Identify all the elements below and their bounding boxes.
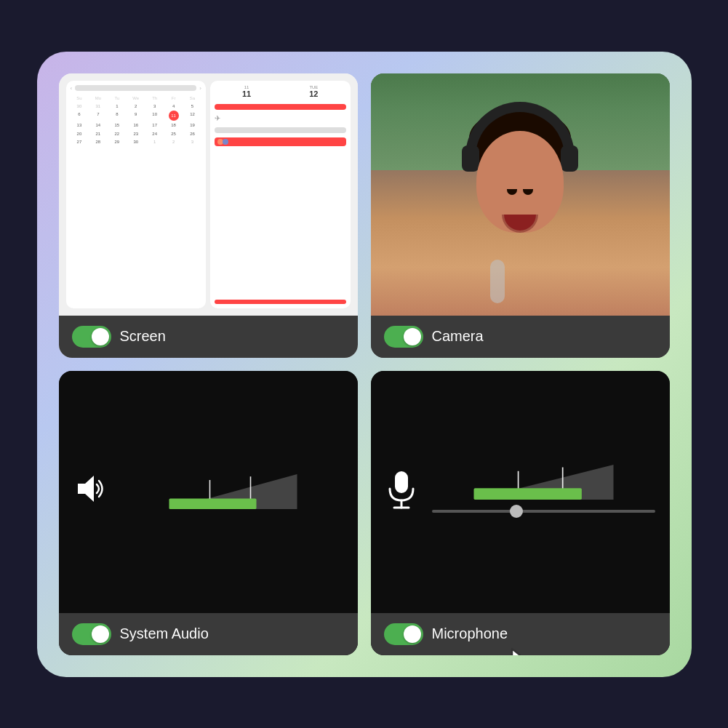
- cal-month-bar: [75, 85, 196, 91]
- speaker-icon: [73, 471, 108, 513]
- calendar-month-view: ‹ › Su Mo Tu We Th Fr Sa 30: [66, 81, 207, 308]
- screen-label: Screen: [120, 328, 166, 345]
- schedule-day-12: TUE 12: [281, 85, 345, 98]
- meter-svg: [123, 474, 343, 509]
- cal-header: ‹ ›: [71, 85, 202, 92]
- cal-date: 16: [127, 121, 145, 129]
- volume-meter: [123, 474, 343, 509]
- camera-image: [371, 73, 670, 316]
- cal-date: 29: [108, 138, 126, 145]
- cal-date: 24: [145, 130, 164, 137]
- cal-day: Su: [71, 95, 89, 102]
- cal-date: 17: [145, 121, 164, 129]
- cal-prev: ‹: [71, 85, 73, 92]
- mic-toggle[interactable]: [384, 623, 423, 645]
- cursor-svg: [508, 645, 545, 655]
- day-num: 12: [281, 89, 345, 98]
- camera-toggle[interactable]: [384, 326, 423, 348]
- main-container: ‹ › Su Mo Tu We Th Fr Sa 30: [37, 52, 692, 677]
- schedule-bar-gray: [215, 127, 346, 133]
- schedule-day-11: 11 11: [215, 85, 279, 98]
- cal-date: 1: [108, 103, 126, 110]
- mic-slider-track[interactable]: [432, 510, 655, 513]
- face-skin: [476, 131, 564, 233]
- cal-day: We: [127, 95, 145, 102]
- cal-grid: Su Mo Tu We Th Fr Sa 30 31 1 2 3: [71, 95, 202, 146]
- cal-date: 25: [164, 130, 183, 137]
- mic-meter-bg: [432, 465, 655, 500]
- cal-date: 5: [183, 103, 201, 110]
- screen-card: ‹ › Su Mo Tu We Th Fr Sa 30: [59, 73, 358, 358]
- system-audio-card: System Audio: [59, 371, 358, 655]
- audio-visualizer: [59, 457, 358, 527]
- cal-date: 8: [108, 111, 126, 121]
- card-grid: ‹ › Su Mo Tu We Th Fr Sa 30: [59, 73, 670, 655]
- cal-date: 20: [71, 130, 89, 137]
- svg-rect-5: [395, 471, 408, 493]
- cal-day: Th: [145, 95, 164, 102]
- cal-date: 21: [89, 130, 107, 137]
- cal-date: 28: [89, 138, 107, 145]
- mic-preview: [371, 371, 670, 613]
- camera-preview: [371, 73, 670, 316]
- camera-label: Camera: [432, 328, 484, 345]
- cal-date: 31: [89, 103, 107, 110]
- svg-marker-12: [512, 649, 539, 655]
- mic-icon: [385, 470, 417, 513]
- cal-date: 4: [164, 103, 183, 110]
- calendar-mini: ‹ › Su Mo Tu We Th Fr Sa 30: [66, 81, 351, 308]
- cal-date: 22: [108, 130, 126, 137]
- cal-date-highlight: 11: [164, 111, 183, 121]
- cal-day: Tu: [108, 95, 126, 102]
- cal-date: 2: [164, 138, 183, 145]
- audio-preview: [59, 371, 358, 613]
- audio-footer: System Audio: [59, 613, 358, 655]
- smile: [502, 215, 538, 233]
- cal-date: 14: [89, 121, 107, 129]
- schedule-bar-red: [215, 104, 346, 110]
- cal-date: 15: [108, 121, 126, 129]
- screen-preview: ‹ › Su Mo Tu We Th Fr Sa 30: [59, 73, 358, 316]
- cal-date: 3: [183, 138, 201, 145]
- mic-slider-thumb[interactable]: [510, 505, 523, 518]
- cal-date: 9: [127, 111, 145, 121]
- cal-date: 18: [164, 121, 183, 129]
- headphone-left-cup: [462, 145, 479, 172]
- plane-icon: ✈: [215, 114, 223, 123]
- svg-marker-0: [78, 476, 94, 502]
- audio-toggle[interactable]: [72, 623, 111, 645]
- cal-date: 30: [71, 103, 89, 110]
- cal-date-selected: 11: [169, 111, 179, 121]
- cal-next: ›: [199, 85, 201, 92]
- cal-date: 1: [145, 138, 164, 145]
- cal-date: 19: [183, 121, 201, 129]
- cal-date: 10: [145, 111, 164, 121]
- mic-visualizer: [371, 450, 670, 533]
- eye-left: [507, 189, 517, 195]
- cal-day: Sa: [183, 95, 201, 102]
- cal-day: Mo: [89, 95, 107, 102]
- schedule-bar-bottom: [215, 300, 346, 304]
- avatar-2: [223, 139, 228, 145]
- mic-slider-row: [432, 504, 655, 519]
- toggle-knob: [404, 328, 421, 345]
- audio-label: System Audio: [120, 625, 209, 642]
- camera-footer: Camera: [371, 316, 670, 358]
- schedule-event: [215, 137, 346, 146]
- mic-meter-svg: [432, 465, 655, 500]
- cal-date: 2: [127, 103, 145, 110]
- eye-right: [523, 189, 533, 195]
- screen-toggle[interactable]: [72, 326, 111, 348]
- microphone-card: Microphone: [371, 371, 670, 655]
- cal-date: 6: [71, 111, 89, 121]
- cursor-overlay: [508, 645, 545, 655]
- headphone-right-cup: [561, 145, 578, 172]
- schedule-empty: ✈: [215, 114, 346, 123]
- cal-date: 26: [183, 130, 201, 137]
- cal-date: 3: [145, 103, 164, 110]
- cal-date: 13: [71, 121, 89, 129]
- face-area: [462, 109, 578, 269]
- cal-day: Fr: [164, 95, 183, 102]
- cal-date: 7: [89, 111, 107, 121]
- svg-rect-11: [473, 488, 581, 500]
